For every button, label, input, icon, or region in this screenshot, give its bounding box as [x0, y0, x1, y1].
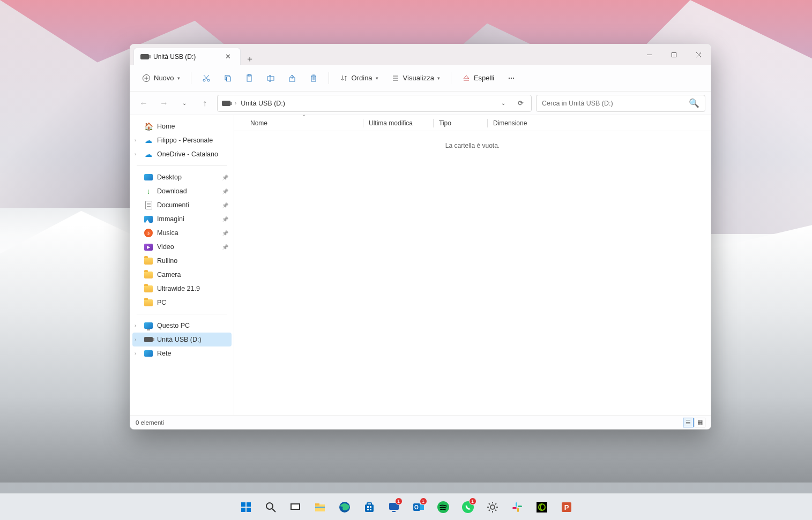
icons-view-toggle[interactable]: ▦ — [695, 418, 705, 427]
svg-rect-41 — [315, 503, 319, 506]
sidebar-item-label: Ultrawide 21.9 — [157, 285, 200, 292]
taskbar-outlook[interactable]: O1 — [408, 496, 429, 518]
tab-active[interactable]: Unità USB (D:) ✕ — [133, 48, 241, 65]
empty-folder-message: La cartella è vuota. — [234, 131, 711, 160]
content-pane: ⌃Nome Ultima modifica Tipo Dimensione La… — [234, 115, 711, 415]
svg-rect-51 — [392, 511, 396, 512]
address-bar[interactable]: › Unità USB (D:) ⌄ ⟳ — [217, 95, 532, 112]
column-name[interactable]: ⌃Nome — [245, 119, 363, 127]
column-modified[interactable]: Ultima modifica — [363, 119, 433, 127]
svg-rect-32 — [241, 502, 245, 507]
taskbar-whatsapp[interactable]: 1 — [457, 496, 479, 518]
item-count: 0 elementi — [136, 419, 164, 426]
taskbar-slack[interactable] — [506, 496, 528, 518]
search-box[interactable]: 🔍 — [536, 95, 705, 112]
svg-point-29 — [509, 77, 510, 78]
eject-label: Espelli — [474, 74, 494, 82]
column-headers: ⌃Nome Ultima modifica Tipo Dimensione — [234, 115, 711, 131]
sidebar-item-immagini[interactable]: Immagini📌 — [132, 212, 232, 226]
refresh-button[interactable]: ⟳ — [514, 97, 527, 110]
folder-icon — [144, 270, 153, 279]
taskbar-settings[interactable] — [482, 496, 503, 518]
taskbar-spotify[interactable] — [433, 496, 454, 518]
taskbar-ms-store[interactable] — [359, 496, 380, 518]
sidebar-item-documenti[interactable]: Documenti📌 — [132, 198, 232, 212]
new-button[interactable]: Nuovo ▾ — [137, 71, 185, 86]
sidebar-item-label: Questo PC — [157, 322, 190, 329]
taskbar-task-view[interactable] — [285, 496, 306, 518]
taskbar-start[interactable] — [235, 496, 257, 518]
taskbar-screen-app[interactable]: 1 — [383, 496, 405, 518]
sidebar-item-onedrive-catalano[interactable]: ›☁OneDrive - Catalano — [132, 147, 232, 161]
sidebar-item-label: Unità USB (D:) — [157, 336, 202, 343]
svg-rect-61 — [512, 507, 517, 509]
svg-rect-60 — [517, 508, 519, 512]
close-button[interactable] — [686, 44, 711, 65]
sidebar-item-desktop[interactable]: Desktop📌 — [132, 170, 232, 184]
recent-dropdown[interactable]: ⌄ — [176, 95, 192, 111]
maximize-button[interactable] — [661, 44, 686, 65]
new-tab-button[interactable]: ＋ — [241, 54, 259, 65]
taskbar-edge[interactable] — [334, 496, 355, 518]
address-dropdown[interactable]: ⌄ — [497, 97, 510, 110]
sidebar-item-video[interactable]: ▶Video📌 — [132, 240, 232, 254]
taskbar-search[interactable] — [260, 496, 281, 518]
sidebar-item-musica[interactable]: ♪Musica📌 — [132, 226, 232, 240]
cut-button[interactable] — [197, 71, 216, 86]
up-button[interactable]: ↑ — [197, 95, 213, 111]
sidebar-item-rete[interactable]: ›Rete — [132, 346, 232, 360]
sidebar-item-unit-usb-d-[interactable]: ›Unità USB (D:) — [132, 333, 232, 346]
sidebar-item-download[interactable]: ↓Download📌 — [132, 184, 232, 198]
sidebar-item-label: Rete — [157, 350, 171, 357]
forward-button[interactable]: → — [156, 95, 172, 111]
taskbar-file-explorer[interactable] — [309, 496, 331, 518]
svg-rect-33 — [247, 502, 251, 507]
minimize-button[interactable] — [637, 44, 661, 65]
chevron-down-icon: ▾ — [376, 76, 378, 81]
share-button[interactable] — [282, 71, 302, 86]
expand-icon[interactable]: › — [135, 337, 136, 342]
video-icon: ▶ — [144, 243, 153, 251]
sidebar-item-rullino[interactable]: Rullino — [132, 254, 232, 268]
view-button[interactable]: Visualizza ▾ — [386, 71, 445, 86]
rename-button[interactable] — [261, 71, 280, 86]
expand-icon[interactable]: › — [135, 351, 136, 356]
more-button[interactable] — [502, 71, 521, 86]
sidebar-item-pc[interactable]: PC — [132, 296, 232, 310]
taskbar-nvidia[interactable] — [531, 496, 553, 518]
sort-button[interactable]: Ordina ▾ — [334, 71, 384, 86]
svg-rect-48 — [367, 509, 369, 510]
expand-icon[interactable]: › — [135, 152, 136, 157]
svg-rect-59 — [518, 506, 522, 507]
expand-icon[interactable]: › — [135, 323, 136, 328]
svg-rect-44 — [365, 504, 374, 512]
list-icon — [391, 74, 400, 82]
eject-button[interactable]: Espelli — [457, 71, 500, 86]
svg-rect-42 — [315, 507, 325, 508]
sidebar-item-label: Home — [157, 123, 175, 130]
back-button[interactable]: ← — [136, 95, 152, 111]
taskbar-powerpoint[interactable]: P — [556, 496, 577, 518]
svg-point-31 — [513, 77, 514, 78]
folder-icon — [144, 284, 153, 293]
sidebar-item-home[interactable]: 🏠Home — [132, 119, 232, 133]
column-type[interactable]: Tipo — [434, 119, 487, 127]
column-size[interactable]: Dimensione — [488, 119, 541, 127]
paste-button[interactable] — [240, 71, 259, 86]
tab-close-button[interactable]: ✕ — [222, 51, 234, 62]
sidebar-item-ultrawide-21-9[interactable]: Ultrawide 21.9 — [132, 282, 232, 296]
status-bar: 0 elementi ☰ ▦ — [130, 415, 711, 429]
delete-button[interactable] — [304, 71, 323, 86]
expand-icon[interactable]: › — [135, 138, 136, 143]
sidebar-item-camera[interactable]: Camera — [132, 268, 232, 282]
copy-button[interactable] — [218, 71, 237, 86]
sidebar-item-filippo-personale[interactable]: ›☁Filippo - Personale — [132, 133, 232, 147]
search-input[interactable] — [542, 100, 689, 107]
search-icon: 🔍 — [689, 98, 699, 108]
sidebar-item-questo-pc[interactable]: ›Questo PC — [132, 319, 232, 333]
details-view-toggle[interactable]: ☰ — [683, 418, 694, 427]
svg-rect-46 — [367, 506, 369, 508]
svg-rect-12 — [226, 77, 230, 81]
sidebar-item-label: OneDrive - Catalano — [157, 150, 218, 158]
sidebar-item-label: Video — [157, 243, 174, 251]
